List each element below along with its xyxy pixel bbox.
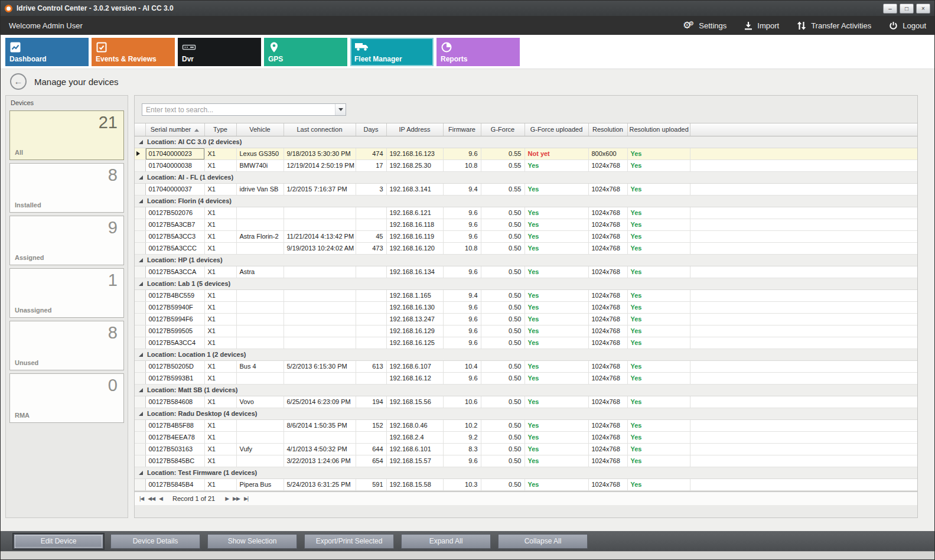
group-expand-icon[interactable] <box>139 282 143 286</box>
logout-button[interactable]: Logout <box>889 21 926 30</box>
group-row[interactable]: Location: AI CC 3.0 (2 devices) <box>135 136 917 148</box>
first-record-button[interactable]: |◀ <box>139 496 144 502</box>
device-row[interactable]: 00127B50205DX1Bus 45/2/2013 6:15:30 PM61… <box>135 360 917 372</box>
device-row[interactable]: 017040000023X1Lexus GS3509/18/2013 5:30:… <box>135 148 917 159</box>
device-filter-installed[interactable]: 8Installed <box>9 163 124 213</box>
cell-resolution: 1024x768 <box>588 313 627 325</box>
row-filler <box>690 455 917 467</box>
device-row[interactable]: 00127B502076X1192.168.6.1219.60.50Yes102… <box>135 207 917 219</box>
device-row[interactable]: 017040000037X1idrive Van SB1/2/2015 7:16… <box>135 183 917 195</box>
group-row[interactable]: Location: AI - FL (1 devices) <box>135 171 917 183</box>
group-expand-icon[interactable] <box>139 175 143 180</box>
cell-gforce-uploaded: Yes <box>524 207 588 219</box>
cell-ip: 192.168.6.107 <box>386 360 443 372</box>
cell-type: X1 <box>204 337 236 349</box>
device-row[interactable]: 00127B5A3CC3X1Astra Florin-211/21/2014 4… <box>135 230 917 242</box>
group-row[interactable]: Location: Location 1 (2 devices) <box>135 349 917 360</box>
expand-all-button[interactable]: Expand All <box>401 534 491 549</box>
column-header-g-force-uploaded[interactable]: G-Force uploaded <box>524 123 588 136</box>
tab-events-reviews[interactable]: Events & Reviews <box>92 38 175 66</box>
minimize-button[interactable]: – <box>883 4 897 14</box>
menu-item-label: Logout <box>903 21 926 30</box>
device-details-button[interactable]: Device Details <box>110 534 200 549</box>
column-header-type[interactable]: Type <box>204 123 236 136</box>
row-indicator-cell <box>135 372 145 384</box>
cell-gforce: 0.50 <box>481 242 524 254</box>
next-page-button[interactable]: ▶▶ <box>233 496 240 502</box>
show-selection-button[interactable]: Show Selection <box>207 534 297 549</box>
export-print-selected-button[interactable]: Export/Print Selected <box>304 534 394 549</box>
device-row[interactable]: 00127B5994F6X1192.168.13.2479.60.50Yes10… <box>135 313 917 325</box>
device-row[interactable]: 00127B4BC559X1192.168.1.1659.40.50Yes102… <box>135 289 917 301</box>
group-expand-icon[interactable] <box>139 388 143 392</box>
device-row[interactable]: 00127B5A3CCAX1Astra192.168.16.1349.60.50… <box>135 266 917 278</box>
device-filter-rma[interactable]: 0RMA <box>9 373 124 423</box>
device-filter-unassigned[interactable]: 1Unassigned <box>9 268 124 318</box>
device-filter-all[interactable]: 21All <box>9 110 124 160</box>
close-button[interactable]: × <box>916 4 930 14</box>
collapse-all-button[interactable]: Collapse All <box>498 534 588 549</box>
column-header-vehicle[interactable]: Vehicle <box>236 123 284 136</box>
prev-page-button[interactable]: ◀◀ <box>148 496 155 502</box>
device-row[interactable]: 00127B59940FX1192.168.16.1309.60.50Yes10… <box>135 301 917 313</box>
row-filler <box>690 360 917 372</box>
column-header-resolution[interactable]: Resolution <box>588 123 627 136</box>
tab-fleet-manager[interactable]: Fleet Manager <box>350 38 434 66</box>
group-expand-icon[interactable] <box>139 471 143 475</box>
group-expand-icon[interactable] <box>139 199 143 203</box>
import-button[interactable]: Import <box>744 21 779 30</box>
column-header-firmware[interactable]: Firmware <box>443 123 481 136</box>
settings-button[interactable]: ⚙⚙Settings <box>683 21 727 30</box>
column-header-days[interactable]: Days <box>356 123 386 136</box>
back-button[interactable] <box>10 73 27 90</box>
device-row[interactable]: 00127B5993B1X1192.168.16.129.60.50Yes102… <box>135 372 917 384</box>
tab-reports[interactable]: Reports <box>436 38 520 66</box>
search-input[interactable] <box>142 104 335 115</box>
device-row[interactable]: 00127B5845BCX13/22/2013 1:24:06 PM654192… <box>135 455 917 467</box>
tab-label: Reports <box>441 55 467 63</box>
group-expand-icon[interactable] <box>139 258 143 262</box>
group-row[interactable]: Location: Matt SB (1 devices) <box>135 384 917 396</box>
prev-record-button[interactable]: ◀ <box>159 496 162 502</box>
next-record-button[interactable]: ▶ <box>225 496 229 502</box>
column-header-last-connection[interactable]: Last connection <box>284 123 356 136</box>
column-header-serial-number[interactable]: Serial number <box>145 123 204 136</box>
group-expand-icon[interactable] <box>139 353 143 357</box>
tab-gps[interactable]: GPS <box>264 38 347 66</box>
group-row[interactable]: Location: HP (1 devices) <box>135 254 917 266</box>
group-label: Location: Test Firmware (1 devices) <box>147 469 257 476</box>
last-record-button[interactable]: ▶| <box>244 496 248 502</box>
device-row[interactable]: 00127B5A3CCCX19/19/2013 10:24:02 AM47319… <box>135 242 917 254</box>
import-icon <box>744 21 752 30</box>
edit-device-button[interactable]: Edit Device <box>14 534 103 549</box>
device-filter-unused[interactable]: 8Unused <box>9 321 124 370</box>
group-row[interactable]: Location: Lab 1 (5 devices) <box>135 278 917 289</box>
events-icon <box>96 41 107 53</box>
tab-dashboard[interactable]: Dashboard <box>5 38 89 66</box>
row-filler <box>690 266 917 278</box>
cell-days: 474 <box>356 148 386 159</box>
device-row[interactable]: 00127B4B5F88X18/6/2014 1:50:35 PM152192.… <box>135 419 917 431</box>
column-header-ip-address[interactable]: IP Address <box>386 123 443 136</box>
column-header-resolution-uploaded[interactable]: Resolution uploaded <box>627 123 690 136</box>
maximize-button[interactable]: □ <box>900 4 914 14</box>
device-row[interactable]: 00127B4EEA78X1192.168.2.49.20.50Yes1024x… <box>135 431 917 443</box>
search-dropdown-button[interactable] <box>335 104 346 115</box>
device-row[interactable]: 00127B584608X1Vovo6/25/2014 6:23:09 PM19… <box>135 396 917 408</box>
group-row[interactable]: Location: Florin (4 devices) <box>135 195 917 207</box>
device-filter-assigned[interactable]: 9Assigned <box>9 216 124 265</box>
column-header-g-force[interactable]: G-Force <box>481 123 524 136</box>
tab-dvr[interactable]: Dvr <box>178 38 261 66</box>
device-row[interactable]: 00127B5A3CC4X1192.168.16.1259.60.50Yes10… <box>135 337 917 349</box>
welcome-text: Welcome Admin User <box>9 21 83 30</box>
device-row[interactable]: 00127B5845B4X1Pipera Bus5/24/2013 6:31:2… <box>135 478 917 490</box>
group-expand-icon[interactable] <box>139 140 143 144</box>
device-row[interactable]: 00127B5A3CB7X1192.168.16.1189.60.50Yes10… <box>135 219 917 230</box>
device-row[interactable]: 00127B503163X1Vufy4/1/2013 4:50:32 PM644… <box>135 443 917 455</box>
group-expand-icon[interactable] <box>139 412 143 416</box>
group-row[interactable]: Location: Radu Desktop (4 devices) <box>135 408 917 419</box>
device-row[interactable]: 017040000038X1BMW740i12/19/2014 2:50:19 … <box>135 159 917 171</box>
group-row[interactable]: Location: Test Firmware (1 devices) <box>135 467 917 478</box>
transfer-activities-button[interactable]: Transfer Activities <box>797 21 871 30</box>
device-row[interactable]: 00127B599505X1192.168.16.1299.60.50Yes10… <box>135 325 917 337</box>
